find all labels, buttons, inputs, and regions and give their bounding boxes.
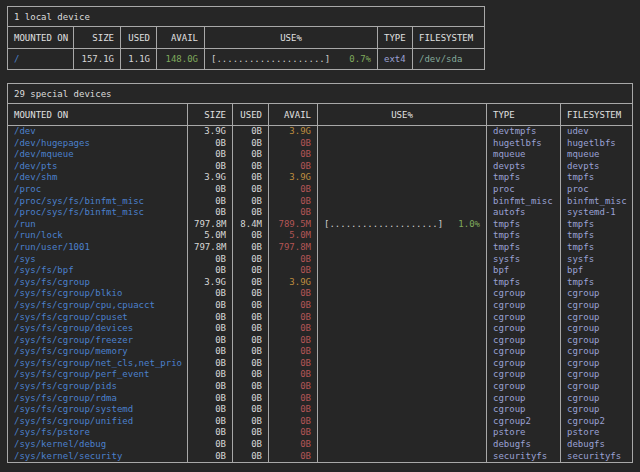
- cell-filesystem: cgroup: [560, 358, 633, 370]
- table-row: /sys/fs/cgroup/cpu,cpuacct 0B 0B 0B cgro…: [8, 300, 632, 312]
- cell-type: cgroup: [486, 404, 560, 416]
- local-table-header: MOUNTED ON SIZE USED AVAIL USE% TYPE FIL…: [8, 27, 484, 49]
- header-type: TYPE: [377, 27, 412, 48]
- cell-size: 0B: [187, 138, 232, 150]
- cell-used: 0B: [232, 335, 268, 347]
- cell-used: 0B: [232, 138, 268, 150]
- cell-mounted-on: /sys/fs/cgroup/blkio: [8, 288, 187, 300]
- cell-avail: 0B: [268, 393, 317, 405]
- cell-size: 0B: [187, 196, 232, 208]
- usage-percent: 0.7%: [349, 49, 371, 69]
- cell-filesystem: cgroup: [560, 288, 633, 300]
- table-row: /sys/fs/cgroup/cpuset 0B 0B 0B cgroup cg…: [8, 312, 632, 324]
- cell-type: cgroup: [486, 381, 560, 393]
- cell-mounted-on: /sys/fs/cgroup/unified: [8, 416, 187, 428]
- cell-filesystem: tmpfs: [560, 172, 633, 184]
- cell-type: debugfs: [486, 439, 560, 451]
- cell-type: sysfs: [486, 254, 560, 266]
- cell-avail: 0B: [268, 381, 317, 393]
- cell-use-percent: [317, 184, 486, 196]
- cell-type: cgroup: [486, 358, 560, 370]
- cell-type: hugetlbfs: [486, 138, 560, 150]
- header-type: TYPE: [486, 104, 560, 125]
- cell-filesystem: cgroup2: [560, 416, 633, 428]
- cell-filesystem: cgroup: [560, 393, 633, 405]
- cell-size: 0B: [187, 381, 232, 393]
- cell-filesystem: tmpfs: [560, 230, 633, 242]
- cell-size: 0B: [187, 300, 232, 312]
- cell-mounted-on: /dev/shm: [8, 172, 187, 184]
- table-row: /sys/fs/cgroup/blkio 0B 0B 0B cgroup cgr…: [8, 288, 632, 300]
- cell-size: 0B: [187, 369, 232, 381]
- cell-avail: 0B: [268, 184, 317, 196]
- cell-used: 0B: [232, 254, 268, 266]
- cell-avail: 0B: [268, 161, 317, 173]
- table-row: /dev/shm 3.9G 0B 3.9G tmpfs tmpfs: [8, 172, 632, 184]
- cell-filesystem: /dev/sda: [412, 49, 485, 69]
- usage-percent: 1.0%: [458, 219, 480, 231]
- cell-use-percent: [317, 126, 486, 138]
- cell-avail: 0B: [268, 312, 317, 324]
- cell-filesystem: cgroup: [560, 300, 633, 312]
- cell-use-percent: [317, 346, 486, 358]
- cell-mounted-on: /: [8, 49, 73, 69]
- cell-mounted-on: /sys/fs/cgroup: [8, 277, 187, 289]
- cell-use-percent: [....................]1.0%: [317, 219, 486, 231]
- cell-use-percent: [317, 288, 486, 300]
- cell-use-percent: [317, 358, 486, 370]
- cell-avail: 789.5M: [268, 219, 317, 231]
- table-row: /sys/fs/cgroup/rdma 0B 0B 0B cgroup cgro…: [8, 393, 632, 405]
- cell-use-percent: [317, 451, 486, 463]
- cell-used: 0B: [232, 358, 268, 370]
- cell-type: tmpfs: [486, 242, 560, 254]
- cell-used: 0B: [232, 416, 268, 428]
- cell-avail: 148.0G: [156, 49, 204, 69]
- cell-filesystem: sysfs: [560, 254, 633, 266]
- cell-use-percent: [317, 196, 486, 208]
- cell-filesystem: hugetlbfs: [560, 138, 633, 150]
- header-used: USED: [120, 27, 156, 48]
- cell-use-percent: [....................]0.7%: [204, 49, 377, 69]
- cell-filesystem: pstore: [560, 427, 633, 439]
- table-row: /dev/hugepages 0B 0B 0B hugetlbfs hugetl…: [8, 138, 632, 150]
- cell-mounted-on: /run/lock: [8, 230, 187, 242]
- cell-used: 0B: [232, 300, 268, 312]
- cell-avail: 797.8M: [268, 242, 317, 254]
- cell-size: 5.0M: [187, 230, 232, 242]
- cell-type: cgroup: [486, 288, 560, 300]
- cell-filesystem: tmpfs: [560, 277, 633, 289]
- cell-use-percent: [317, 381, 486, 393]
- cell-type: tmpfs: [486, 230, 560, 242]
- cell-type: tmpfs: [486, 219, 560, 231]
- cell-use-percent: [317, 207, 486, 219]
- cell-filesystem: mqueue: [560, 149, 633, 161]
- cell-size: 0B: [187, 323, 232, 335]
- cell-filesystem: cgroup: [560, 404, 633, 416]
- cell-use-percent: [317, 138, 486, 150]
- table-row: /sys/fs/cgroup/perf_event 0B 0B 0B cgrou…: [8, 369, 632, 381]
- terminal-screen: 1 local device MOUNTED ON SIZE USED AVAI…: [7, 6, 640, 463]
- usage-bar: [....................]: [211, 49, 330, 69]
- cell-mounted-on: /sys/fs/cgroup/rdma: [8, 393, 187, 405]
- cell-filesystem: udev: [560, 126, 633, 138]
- cell-mounted-on: /sys/fs/cgroup/cpuset: [8, 312, 187, 324]
- cell-avail: 3.9G: [268, 126, 317, 138]
- cell-mounted-on: /sys/kernel/security: [8, 451, 187, 463]
- cell-filesystem: cgroup: [560, 312, 633, 324]
- cell-type: cgroup: [486, 346, 560, 358]
- cell-size: 3.9G: [187, 172, 232, 184]
- cell-used: 0B: [232, 161, 268, 173]
- cell-type: devpts: [486, 161, 560, 173]
- cell-filesystem: devpts: [560, 161, 633, 173]
- table-row: /sys/fs/cgroup/devices 0B 0B 0B cgroup c…: [8, 323, 632, 335]
- header-use-percent: USE%: [317, 104, 486, 125]
- cell-type: cgroup: [486, 312, 560, 324]
- cell-size: 0B: [187, 161, 232, 173]
- cell-mounted-on: /proc: [8, 184, 187, 196]
- header-avail: AVAIL: [156, 27, 204, 48]
- cell-type: cgroup: [486, 323, 560, 335]
- table-row: /sys/fs/bpf 0B 0B 0B bpf bpf: [8, 265, 632, 277]
- table-row: /sys/fs/cgroup/pids 0B 0B 0B cgroup cgro…: [8, 381, 632, 393]
- cell-size: 3.9G: [187, 126, 232, 138]
- cell-filesystem: cgroup: [560, 381, 633, 393]
